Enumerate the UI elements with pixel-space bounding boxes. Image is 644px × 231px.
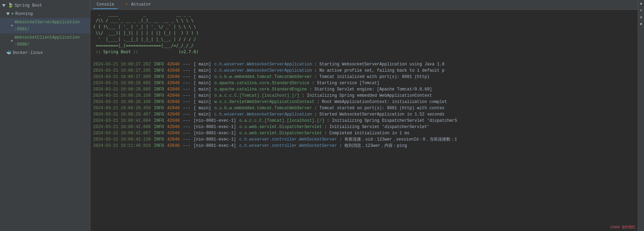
log-sep: --- (183, 105, 190, 111)
app1-icon: ▶ (11, 22, 13, 29)
running-label: Running (15, 10, 33, 17)
sidebar: 🍃 Spring Boot ▶ Running ▶ WebsocketServe… (0, 0, 90, 231)
log-thread: [ main] (194, 111, 211, 118)
scrollbar-bottom-icon[interactable]: ▼ (640, 22, 642, 27)
running-expand-icon (6, 13, 10, 15)
log-timestamp: 2024-03-21 16:08:28.467 (93, 111, 151, 118)
log-class: c.h.wsserver.WebsocketServerApplication (214, 61, 312, 67)
log-sep: --- (183, 93, 190, 99)
log-timestamp: 2024-03-21 16:08:28.168 (93, 99, 151, 105)
log-level: INFO (154, 105, 164, 111)
log-message: : Initializing Servlet 'dispatcherServle… (324, 124, 429, 130)
log-line: 2024-03-21 16:08:28.467 INFO 42040 --- [… (93, 111, 635, 118)
log-class: w.s.c.ServletWebServerApplicationContext (214, 99, 315, 105)
log-timestamp: 2024-03-21 16:08:28.005 (93, 86, 151, 93)
docker-label: Docker-linux (13, 49, 43, 56)
log-timestamp: 2024-03-21 16:08:42.130 (93, 136, 151, 143)
log-sep: --- (183, 67, 190, 74)
log-message: : No active profile set, falling back to… (315, 67, 445, 74)
log-timestamp: 2024-03-21 16:08:27.285 (93, 67, 151, 74)
log-class: o.s.b.w.embedded.tomcat.TomcatWebServer (214, 74, 312, 80)
log-timestamp: 2024-03-21 16:08:27.998 (93, 74, 151, 80)
log-line: 2024-03-21 16:08:42.130 INFO 42040 --- [… (93, 136, 635, 143)
log-timestamp: 2024-03-21 16:08:27.282 (93, 61, 151, 67)
log-line: 2024-03-21 16:08:27.998 INFO 42040 --- [… (93, 74, 635, 80)
log-thread: [ main] (194, 74, 211, 80)
log-timestamp: 2024-03-21 16:08:28.458 (93, 105, 151, 111)
log-sep: --- (183, 130, 190, 136)
app1-label: WebsocketServerApplication :8081/ (15, 19, 88, 33)
log-sep: --- (183, 86, 190, 93)
log-pid: 42040 (167, 86, 180, 93)
log-line: 2024-03-21 16:08:28.458 INFO 42040 --- [… (93, 105, 635, 111)
log-line: 2024-03-21 16:08:28.005 INFO 42040 --- [… (93, 80, 635, 86)
log-class: c.h.wsserver.controller.WebSocketServer (239, 143, 337, 149)
log-line: 2024-03-21 16:08:28.005 INFO 42040 --- [… (93, 86, 635, 93)
log-message: : Completed initialization in 1 ms (324, 130, 409, 136)
log-sep: --- (183, 124, 190, 130)
console-tab-label: Console (97, 2, 114, 7)
log-thread: [nio-8081-exec-1] (194, 130, 236, 136)
log-level: INFO (154, 99, 164, 105)
log-thread: [ main] (194, 105, 211, 111)
log-thread: [nio-8081-exec-1] (194, 124, 236, 130)
log-message: : 收到消息，123wer，内容：ping (340, 143, 407, 149)
log-sep: --- (183, 143, 190, 149)
log-class: o.a.c.c.C.[Tomcat].[localhost].[/] (214, 93, 300, 99)
log-level: INFO (154, 118, 164, 124)
log-level: INFO (154, 136, 164, 143)
log-level: INFO (154, 143, 164, 149)
right-bar: ▲ ≡ ⚙ ▼ (638, 0, 644, 231)
log-line: 2024-03-21 16:11:40.818 INFO 42040 --- [… (93, 143, 635, 149)
log-sep: --- (183, 99, 190, 105)
log-message: : Starting WebsocketServerApplication us… (315, 61, 445, 67)
log-sep: --- (183, 61, 190, 67)
log-level: INFO (154, 74, 164, 80)
log-level: INFO (154, 124, 164, 130)
app2-icon: ▶ (11, 38, 13, 45)
log-sep: --- (183, 74, 190, 80)
sidebar-icon-2[interactable]: ⚙ (640, 15, 642, 20)
sidebar-icon-1[interactable]: ≡ (640, 8, 642, 13)
log-class: o.s.web.servlet.DispatcherServlet (239, 124, 322, 130)
sidebar-docker[interactable]: 🐳 Docker-linux (0, 49, 90, 57)
scrollbar-top-icon[interactable]: ▲ (640, 1, 642, 6)
log-sep: --- (183, 118, 190, 124)
log-thread: [nio-8081-exec-4] (194, 143, 236, 149)
sidebar-springboot-group[interactable]: 🍃 Spring Boot (0, 1, 90, 10)
tab-actuator[interactable]: ⚡ Actuator (122, 1, 154, 9)
log-level: INFO (154, 80, 164, 86)
log-message: : Starting service [Tomcat] (312, 80, 379, 86)
log-timestamp: 2024-03-21 16:08:28.005 (93, 80, 151, 86)
log-pid: 42040 (167, 111, 180, 118)
log-line: 2024-03-21 16:08:42.087 INFO 42040 --- [… (93, 130, 635, 136)
log-pid: 42040 (167, 99, 180, 105)
log-timestamp: 2024-03-21 16:11:40.818 (93, 143, 151, 149)
log-pid: 42040 (167, 80, 180, 86)
tab-console[interactable]: Console (93, 1, 117, 9)
log-level: INFO (154, 130, 164, 136)
log-pid: 42040 (167, 61, 180, 67)
sidebar-app2[interactable]: ▶ WebsocketClientApplication :8080/ (0, 33, 90, 49)
sidebar-app1[interactable]: ▶ WebsocketServerApplication :8081/ (0, 18, 90, 33)
log-level: INFO (154, 86, 164, 93)
running-icon: ▶ (12, 10, 14, 17)
log-class: c.h.wsserver.WebsocketServerApplication (214, 111, 312, 118)
log-message: : 有新连接，sid：123wer，sessionId：0，当前连接数：1 (340, 136, 457, 143)
log-class: c.h.wsserver.WebsocketServerApplication (214, 67, 312, 74)
log-message: : Tomcat initialized with port(s): 8081 … (315, 74, 430, 80)
log-class: o.apache.catalina.core.StandardEngine (214, 86, 307, 93)
log-line: 2024-03-21 16:08:28.168 INFO 42040 --- [… (93, 99, 635, 105)
watermark: CSDN @伏德红 (610, 224, 636, 230)
log-class: c.h.wsserver.controller.WebSocketServer (239, 136, 337, 143)
log-class: o.a.c.c.C.[Tomcat].[localhost].[/] (239, 118, 325, 124)
log-thread: [ main] (194, 67, 211, 74)
console-output[interactable]: . ____ _ __ _ _ /\\ / ___'_ __ _ _(_)_ _… (90, 10, 638, 231)
log-pid: 42040 (167, 118, 180, 124)
sidebar-running-group[interactable]: ▶ Running (0, 10, 90, 18)
log-timestamp: 2024-03-21 16:08:42.087 (93, 130, 151, 136)
log-sep: --- (183, 111, 190, 118)
log-message: : Starting Servlet engine: [Apache Tomca… (309, 86, 432, 93)
log-timestamp: 2024-03-21 16:08:28.168 (93, 93, 151, 99)
log-thread: [ main] (194, 80, 211, 86)
